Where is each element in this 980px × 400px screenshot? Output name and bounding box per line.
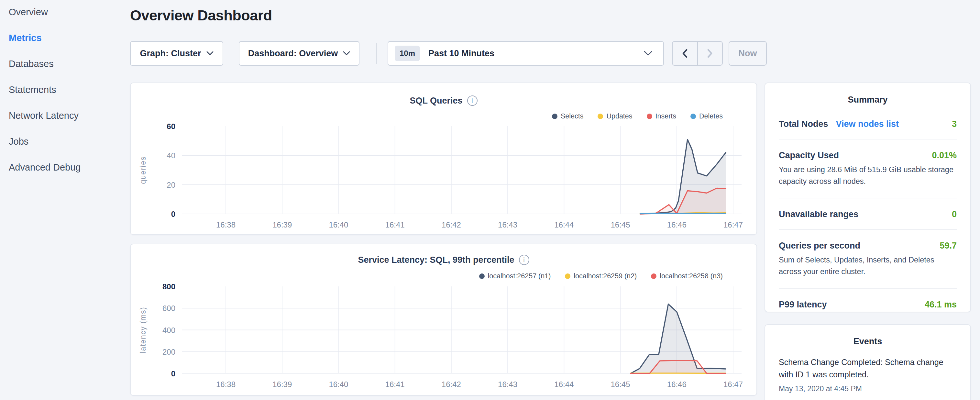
event-timestamp: May 13, 2020 at 4:45 PM	[779, 384, 957, 393]
svg-text:16:38: 16:38	[216, 380, 235, 389]
summary-title: Summary	[765, 83, 970, 105]
prev-time-button[interactable]	[673, 42, 698, 65]
sidebar: Overview Metrics Databases Statements Ne…	[0, 0, 129, 400]
p99-latency-label: P99 latency	[779, 300, 827, 310]
svg-text:60: 60	[167, 122, 175, 131]
sidebar-item-statements[interactable]: Statements	[9, 84, 56, 95]
graph-dropdown-label: Graph: Cluster	[140, 49, 201, 59]
qps-value: 59.7	[940, 241, 957, 251]
svg-text:16:41: 16:41	[385, 380, 405, 389]
svg-text:16:47: 16:47	[724, 220, 743, 229]
p99-latency-value: 46.1 ms	[925, 300, 957, 310]
svg-text:16:46: 16:46	[667, 220, 687, 229]
svg-text:16:47: 16:47	[724, 380, 743, 389]
sidebar-item-jobs[interactable]: Jobs	[9, 136, 29, 147]
chevron-down-icon	[644, 51, 652, 56]
time-range-selector[interactable]: 10m Past 10 Minutes	[388, 41, 664, 66]
svg-text:16:42: 16:42	[442, 220, 461, 229]
svg-text:queries: queries	[139, 156, 147, 184]
unavailable-ranges-label: Unavailable ranges	[779, 209, 858, 220]
event-item: Schema Change Completed: Schema change w…	[765, 347, 970, 393]
svg-text:0: 0	[171, 210, 175, 218]
svg-text:16:44: 16:44	[554, 380, 574, 389]
capacity-used-note: You are using 28.6 MiB of 515.9 GiB usab…	[779, 164, 957, 198]
toolbar-divider	[376, 43, 377, 64]
chevron-down-icon	[207, 51, 213, 56]
svg-text:16:38: 16:38	[216, 220, 235, 229]
svg-text:200: 200	[162, 347, 175, 356]
svg-text:16:40: 16:40	[329, 220, 348, 229]
now-button[interactable]: Now	[729, 41, 767, 66]
svg-text:16:39: 16:39	[272, 220, 292, 229]
sidebar-item-network-latency[interactable]: Network Latency	[9, 110, 79, 121]
event-text: Schema Change Completed: Schema change w…	[779, 356, 957, 381]
sql-queries-chart[interactable]: 16:3816:3916:4016:4116:4216:4316:4416:45…	[131, 83, 758, 236]
events-panel: Events Schema Change Completed: Schema c…	[765, 324, 971, 400]
unavailable-ranges-value: 0	[952, 209, 957, 220]
svg-text:0: 0	[171, 369, 175, 378]
sidebar-item-overview[interactable]: Overview	[9, 7, 48, 18]
svg-text:600: 600	[162, 304, 175, 312]
capacity-used-label: Capacity Used	[779, 150, 839, 161]
time-range-label: Past 10 Minutes	[428, 49, 644, 59]
svg-text:16:40: 16:40	[329, 380, 348, 389]
page-title: Overview Dashboard	[130, 7, 272, 24]
summary-row-p99-latency: P99 latency 46.1 ms	[779, 288, 957, 319]
summary-row-qps: Queries per second 59.7	[779, 230, 957, 254]
next-time-button[interactable]	[698, 42, 722, 65]
graph-dropdown[interactable]: Graph: Cluster	[130, 41, 223, 66]
svg-text:16:39: 16:39	[272, 380, 292, 389]
svg-text:16:43: 16:43	[498, 380, 517, 389]
svg-text:16:45: 16:45	[611, 220, 630, 229]
summary-row-capacity: Capacity Used 0.01%	[779, 139, 957, 164]
total-nodes-value: 3	[952, 119, 957, 129]
summary-row-total-nodes: Total Nodes View nodes list 3	[779, 108, 957, 139]
chevron-right-icon	[706, 49, 713, 58]
total-nodes-label: Total Nodes	[779, 119, 828, 129]
dashboard-dropdown-label: Dashboard: Overview	[248, 49, 338, 59]
time-step-buttons	[672, 41, 723, 66]
view-nodes-list-link[interactable]: View nodes list	[836, 119, 899, 129]
qps-note: Sum of Selects, Updates, Inserts, and De…	[779, 254, 957, 288]
chevron-down-icon	[343, 51, 350, 56]
time-range-badge: 10m	[395, 46, 420, 61]
summary-row-unavailable-ranges: Unavailable ranges 0	[779, 198, 957, 229]
svg-text:16:44: 16:44	[554, 220, 574, 229]
svg-text:latency (ms): latency (ms)	[139, 307, 147, 353]
sidebar-item-advanced-debug[interactable]: Advanced Debug	[9, 162, 81, 173]
svg-text:16:43: 16:43	[498, 220, 517, 229]
chevron-left-icon	[682, 49, 688, 58]
svg-text:40: 40	[167, 151, 175, 160]
capacity-used-value: 0.01%	[932, 150, 957, 161]
service-latency-chart[interactable]: 16:3816:3916:4016:4116:4216:4316:4416:45…	[131, 244, 758, 397]
sql-queries-chart-card: SQL Queries SelectsUpdatesInsertsDeletes…	[130, 83, 757, 235]
svg-text:16:42: 16:42	[442, 380, 461, 389]
summary-panel: Summary Total Nodes View nodes list 3 Ca…	[765, 83, 971, 312]
events-title: Events	[765, 325, 970, 347]
svg-text:800: 800	[162, 282, 175, 291]
svg-text:16:46: 16:46	[667, 380, 687, 389]
svg-text:20: 20	[167, 180, 175, 189]
sidebar-item-databases[interactable]: Databases	[9, 59, 54, 69]
svg-text:400: 400	[162, 326, 175, 335]
qps-label: Queries per second	[779, 241, 860, 251]
dashboard-dropdown[interactable]: Dashboard: Overview	[239, 41, 360, 66]
svg-text:16:45: 16:45	[611, 380, 630, 389]
sidebar-item-metrics[interactable]: Metrics	[9, 33, 42, 43]
service-latency-chart-card: Service Latency: SQL, 99th percentile lo…	[130, 244, 757, 396]
svg-text:16:41: 16:41	[385, 220, 405, 229]
